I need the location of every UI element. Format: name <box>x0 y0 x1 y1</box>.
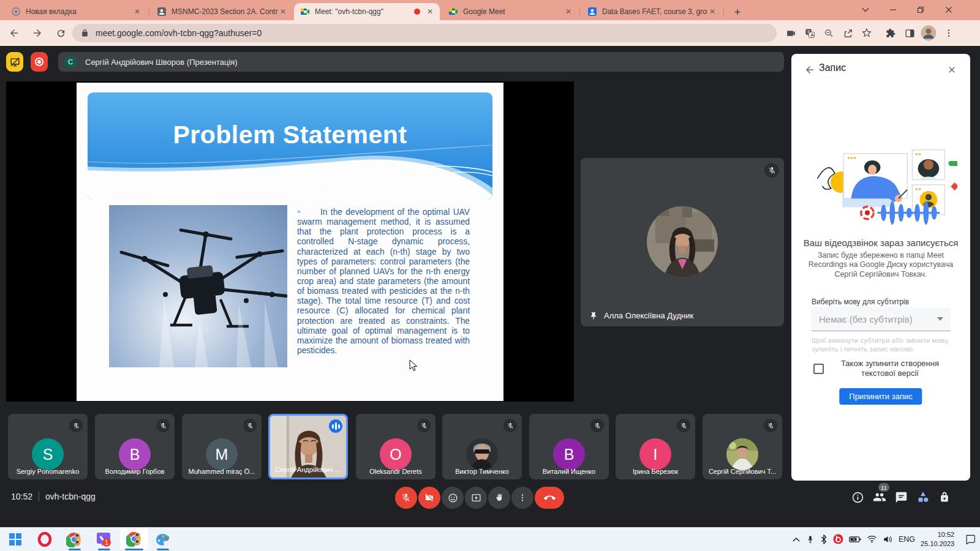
recording-heading: Ваш відеодзвінок зараз записується <box>797 238 964 248</box>
tab-google-meet[interactable]: Google Meet ✕ <box>442 3 578 20</box>
taskbar-active-app-highlight[interactable] <box>120 528 148 550</box>
drone-image <box>109 205 287 367</box>
panel-close-icon[interactable] <box>944 62 959 77</box>
participant-name: Виктор Тимченко <box>445 468 519 475</box>
participant-tile[interactable]: O Oleksandr Derets <box>356 414 435 479</box>
tray-beats-icon[interactable] <box>833 534 843 544</box>
more-options-button[interactable] <box>511 487 533 509</box>
participant-name: Сергій Сергійович Т... <box>706 468 779 475</box>
presentation-blocked-button[interactable] <box>6 52 23 72</box>
pinned-participant-tile[interactable]: Алла Олексіївна Дудник <box>581 158 784 326</box>
divider <box>39 492 39 501</box>
participant-tile[interactable]: M Muhammed miraç Ö... <box>182 414 262 479</box>
participant-avatar: O <box>380 438 412 470</box>
tray-bluetooth-icon[interactable] <box>820 534 827 544</box>
mic-off-icon <box>243 419 257 432</box>
info-icon[interactable] <box>851 491 864 504</box>
participant-tile[interactable]: S Sergiy Ponomarenko <box>8 414 88 479</box>
panel-back-icon[interactable] <box>802 62 817 77</box>
tab-close-icon[interactable]: ✕ <box>707 7 717 17</box>
chat-icon[interactable] <box>895 491 908 504</box>
camera-off-button[interactable] <box>418 487 440 509</box>
taskbar-viber-icon[interactable]: 1 <box>96 531 111 547</box>
mic-off-icon <box>590 419 604 432</box>
window-restore-button[interactable] <box>911 2 930 17</box>
window-minimize-button[interactable] <box>884 2 902 17</box>
window-close-button[interactable] <box>940 2 958 17</box>
zoom-icon[interactable] <box>821 25 837 41</box>
address-bar[interactable]: meet.google.com/ovh-tcbn-qgg?authuser=0 <box>72 24 777 42</box>
tray-battery-icon[interactable] <box>849 535 861 544</box>
tray-volume-icon[interactable] <box>883 535 893 544</box>
present-button[interactable] <box>465 487 487 509</box>
subtitle-helper-text: Щоб вимкнути субтитри або змінити мову, … <box>812 336 952 354</box>
new-tab-button[interactable]: + <box>730 5 745 20</box>
participant-tile[interactable]: I Ірина Березюк <box>616 414 695 479</box>
tab-msnmc[interactable]: MSNMC-2023 Section 2A. Contr ✕ <box>151 3 293 20</box>
share-icon[interactable] <box>840 25 856 41</box>
people-icon[interactable] <box>873 490 886 504</box>
participant-photo <box>466 438 498 470</box>
back-button[interactable] <box>6 25 22 41</box>
tab-title: Новая вкладка <box>26 7 132 16</box>
recording-body: Запис буде збережено в папці Meet Record… <box>805 251 956 279</box>
system-tray: ENG 10:52 25.10.2023 <box>792 527 976 551</box>
extensions-icon[interactable] <box>883 25 899 41</box>
tab-separator <box>579 7 580 17</box>
tab-close-icon[interactable]: ✕ <box>425 7 435 17</box>
tab-close-icon[interactable]: ✕ <box>564 7 573 17</box>
tray-clock[interactable]: 10:52 25.10.2023 <box>921 530 954 548</box>
host-controls-icon[interactable] <box>938 491 951 503</box>
participant-tile-speaking[interactable]: Сергій Андрійович ... <box>268 414 348 479</box>
translate-icon[interactable] <box>802 25 818 41</box>
profile-avatar[interactable] <box>921 25 937 41</box>
tab-databases[interactable]: Data Bases FAET, course 3, grou ✕ <box>581 3 722 20</box>
slide-title: Problem Statement <box>77 121 503 149</box>
participant-tile[interactable]: B Володимир Горбов <box>95 414 175 479</box>
reload-button[interactable] <box>53 25 69 41</box>
mic-off-button[interactable] <box>395 487 417 509</box>
tab-new-tab[interactable]: Новая вкладка ✕ <box>5 3 147 20</box>
recording-indicator-button[interactable] <box>31 52 48 72</box>
raise-hand-button[interactable] <box>488 487 510 509</box>
tab-favicon-classroom <box>587 7 597 17</box>
taskbar-chrome-icon[interactable] <box>66 531 82 547</box>
tab-recording-indicator <box>414 9 420 15</box>
presenter-name: Сергій Андрійович Шворов (Презентація) <box>85 58 238 67</box>
tab-meet-active[interactable]: Meet: "ovh-tcbn-qgg" ✕ <box>294 3 440 20</box>
activities-icon[interactable] <box>916 490 930 504</box>
forward-button[interactable] <box>29 25 45 41</box>
window-chevron-icon[interactable] <box>856 2 875 17</box>
end-call-button[interactable] <box>535 487 564 509</box>
participant-tile[interactable]: Виктор Тимченко <box>442 414 522 479</box>
side-panel-icon[interactable] <box>902 25 918 41</box>
subtitle-language-select[interactable]: Немає (без субтитрів) <box>812 307 951 331</box>
taskbar-paint-icon[interactable] <box>154 531 170 547</box>
panel-title: Запис <box>819 62 846 73</box>
tray-chevron-icon[interactable] <box>792 536 801 542</box>
stop-transcript-checkbox[interactable] <box>813 364 824 374</box>
camera-in-use-icon[interactable] <box>783 25 799 41</box>
tray-time: 10:52 <box>921 530 954 539</box>
browser-menu-icon[interactable] <box>941 25 957 41</box>
bookmark-star-icon[interactable] <box>859 25 875 41</box>
tray-mic-icon[interactable] <box>806 534 815 544</box>
tab-close-icon[interactable]: ✕ <box>278 7 288 17</box>
participant-name: Виталий Ищенко <box>532 468 606 475</box>
participant-tile[interactable]: Сергій Сергійович Т... <box>703 414 782 479</box>
tray-notification-icon[interactable] <box>965 534 976 544</box>
tab-close-icon[interactable]: ✕ <box>132 7 142 17</box>
tray-wifi-icon[interactable] <box>867 535 877 543</box>
taskbar-opera-icon[interactable] <box>37 531 53 547</box>
participant-avatar: B <box>553 438 585 470</box>
participant-name: Oleksandr Derets <box>359 468 432 475</box>
meeting-time: 10:52 <box>11 492 32 501</box>
slide-bullet: * <box>297 208 300 218</box>
tray-language[interactable]: ENG <box>899 535 915 544</box>
record-icon <box>34 56 45 67</box>
tab-title: MSNMC-2023 Section 2A. Contr <box>172 7 278 16</box>
start-button[interactable] <box>7 531 23 547</box>
stop-recording-button[interactable]: Припинити запис <box>839 388 922 405</box>
participant-tile[interactable]: B Виталий Ищенко <box>529 414 609 479</box>
reactions-button[interactable] <box>442 487 464 509</box>
